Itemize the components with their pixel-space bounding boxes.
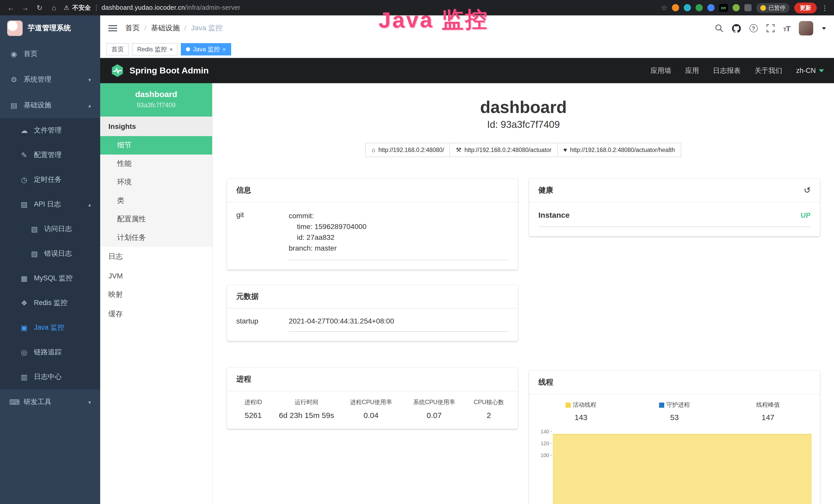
chevron-down-icon: ▾ [88, 77, 91, 83]
health-url-link[interactable]: ♥ http://192.168.0.2:48080/actuator/heal… [557, 143, 681, 157]
sidebar-item-access-logs[interactable]: ▧ 访问日志 [0, 217, 100, 241]
sidebar-item-home[interactable]: ◉ 首页 [0, 41, 100, 67]
sidebar-item-log-center[interactable]: ▥ 日志中心 [0, 365, 100, 389]
sba-main: dashboard Id: 93a3fc7f7409 ⌂ http://192.… [213, 83, 834, 504]
sidebar-item-label: 配置管理 [34, 151, 62, 160]
bookmark-star-icon[interactable]: ☆ [661, 4, 667, 12]
extension-icon[interactable] [684, 4, 691, 11]
sidebar-item-java-monitor[interactable]: ▣ Java 监控 [0, 315, 100, 340]
sidebar-item-scheduled-jobs[interactable]: ◷ 定时任务 [0, 167, 100, 192]
actuator-url-link[interactable]: ⚒ http://192.168.0.2:48080/actuator [450, 143, 557, 157]
font-size-icon[interactable]: TT [783, 24, 790, 32]
menu-item-config-props[interactable]: 配置属性 [100, 210, 212, 229]
menu-item-details[interactable]: 细节 [100, 136, 212, 155]
platform-icon: ▤ [9, 101, 19, 109]
service-url-link[interactable]: ⌂ http://192.168.0.2:48080/ [366, 143, 450, 157]
extension-icon[interactable] [672, 4, 679, 11]
hamburger-icon[interactable] [108, 28, 117, 29]
sidebar-item-label: 日志中心 [34, 372, 62, 382]
process-col-value: 5261 [232, 411, 274, 419]
search-icon[interactable] [715, 24, 723, 32]
extension-icon[interactable] [696, 4, 703, 11]
process-card: 进程 进程ID 5261 运行时间 6d 23h 15m 59s [227, 368, 518, 429]
nav-journal[interactable]: 日志报表 [713, 66, 741, 75]
threads-card: 线程 活动线程 143 守护进程 53 [529, 371, 820, 504]
extension-icon[interactable] [707, 4, 715, 11]
menu-item-classes[interactable]: 类 [100, 191, 212, 210]
sidebar-item-tracing[interactable]: ◎ 链路追踪 [0, 340, 100, 365]
sidebar-item-api-logs[interactable]: ▧ API 日志 ▴ [0, 192, 100, 217]
close-icon[interactable]: × [170, 46, 173, 52]
menu-item-metrics[interactable]: 性能 [100, 155, 212, 173]
locale-select[interactable]: zh-CN [796, 67, 824, 74]
document-icon: ▧ [30, 225, 39, 233]
tab-home[interactable]: 首页 [106, 43, 129, 55]
sidebar-item-error-logs[interactable]: ▧ 错误日志 [0, 241, 100, 266]
process-col-value: 0.07 [403, 411, 465, 419]
close-icon[interactable]: × [222, 46, 226, 52]
gear-icon: ⚙ [9, 75, 19, 84]
update-button[interactable]: 更新 [794, 2, 817, 13]
tab-redis-monitor[interactable]: Redis 监控 × [132, 43, 178, 55]
breadcrumb-infra[interactable]: 基础设施 [144, 24, 180, 33]
address-bar[interactable]: dashboard.yudao.iocoder.cn/infra/admin-s… [102, 4, 241, 11]
menu-item-logs[interactable]: 日志 [100, 247, 212, 267]
sidebar-item-label: API 日志 [34, 200, 61, 209]
browser-menu-icon[interactable]: ⋮ [821, 4, 828, 12]
history-icon[interactable]: ↺ [804, 185, 811, 195]
browser-actions: ☆ on 已暂停 更新 ⋮ [661, 2, 828, 13]
paused-badge[interactable]: 已暂停 [756, 3, 790, 13]
card-title: 元数据 [227, 285, 518, 308]
nav-wallboard[interactable]: 应用墙 [650, 66, 671, 75]
menu-item-mappings[interactable]: 映射 [100, 285, 212, 304]
home-icon[interactable]: ⌂ [49, 4, 59, 12]
breadcrumb-current: Java 监控 [184, 24, 223, 33]
process-col-header: 进程ID [232, 398, 274, 406]
topbar-actions: ? TT [715, 21, 826, 36]
forward-icon[interactable]: → [21, 4, 30, 12]
extension-puzzle-icon[interactable] [744, 4, 751, 11]
menu-item-scheduled-tasks[interactable]: 计划任务 [100, 229, 212, 247]
extension-on-icon[interactable]: on [719, 4, 728, 12]
breadcrumb-home[interactable]: 首页 [125, 24, 140, 33]
brand-title[interactable]: Spring Boot Admin [129, 66, 209, 76]
menu-item-environment[interactable]: 环境 [100, 173, 212, 191]
tab-java-monitor[interactable]: Java 监控 × [181, 43, 231, 55]
sidebar-item-redis-monitor[interactable]: ❖ Redis 监控 [0, 291, 100, 315]
menu-item-caches[interactable]: 缓存 [100, 304, 212, 324]
legend-label: 守护进程 [666, 401, 690, 409]
app-logo[interactable]: 芋道管理系统 [0, 16, 100, 41]
screen: ← → ↻ ⌂ ⚠ 不安全 dashboard.yudao.iocoder.cn… [0, 0, 834, 504]
sidebar-item-system[interactable]: ⚙ 系统管理 ▾ [0, 67, 100, 92]
url-host: dashboard.yudao.iocoder.cn [102, 4, 185, 11]
instance-header[interactable]: dashboard 93a3fc7f7409 [100, 83, 212, 117]
sidebar-item-dev-tools[interactable]: ⌨ 研发工具 ▾ [0, 389, 100, 415]
heart-icon: ♥ [563, 146, 567, 154]
sidebar-item-label: Redis 监控 [34, 298, 68, 307]
avatar-caret-icon[interactable] [822, 27, 826, 29]
avatar[interactable] [799, 21, 813, 36]
sidebar-item-config-manage[interactable]: ✎ 配置管理 [0, 143, 100, 167]
help-icon[interactable]: ? [749, 24, 758, 32]
sidebar-item-label: 文件管理 [34, 126, 62, 135]
reload-icon[interactable]: ↻ [35, 4, 44, 12]
sidebar-item-file-manage[interactable]: ☁ 文件管理 [0, 118, 100, 143]
fullscreen-icon[interactable] [766, 24, 774, 32]
extension-icon[interactable] [732, 4, 740, 11]
process-col-header: CPU核心数 [465, 398, 513, 406]
back-icon[interactable]: ← [6, 4, 16, 12]
sidebar-item-infra[interactable]: ▤ 基础设施 ▴ [0, 92, 100, 118]
menu-item-jvm[interactable]: JVM [100, 267, 212, 285]
nav-applications[interactable]: 应用 [685, 66, 699, 75]
health-instance-row[interactable]: Instance UP [539, 202, 811, 227]
nav-about[interactable]: 关于我们 [754, 66, 782, 75]
legend-value: 143 [534, 413, 628, 421]
logo-avatar [7, 21, 23, 36]
sidebar-item-mysql-monitor[interactable]: ▦ MySQL 监控 [0, 266, 100, 291]
sidebar-item-label: 定时任务 [34, 175, 62, 184]
github-icon[interactable] [732, 24, 741, 32]
security-indicator[interactable]: ⚠ 不安全 [64, 3, 91, 12]
link-label: http://192.168.0.2:48080/ [378, 147, 444, 153]
sba-body: dashboard 93a3fc7f7409 Insights 细节 性能 环境… [100, 83, 834, 504]
app-frame: 芋道管理系统 ◉ 首页 ⚙ 系统管理 ▾ ▤ 基础设施 ▴ ☁ 文件管理 [0, 16, 834, 504]
